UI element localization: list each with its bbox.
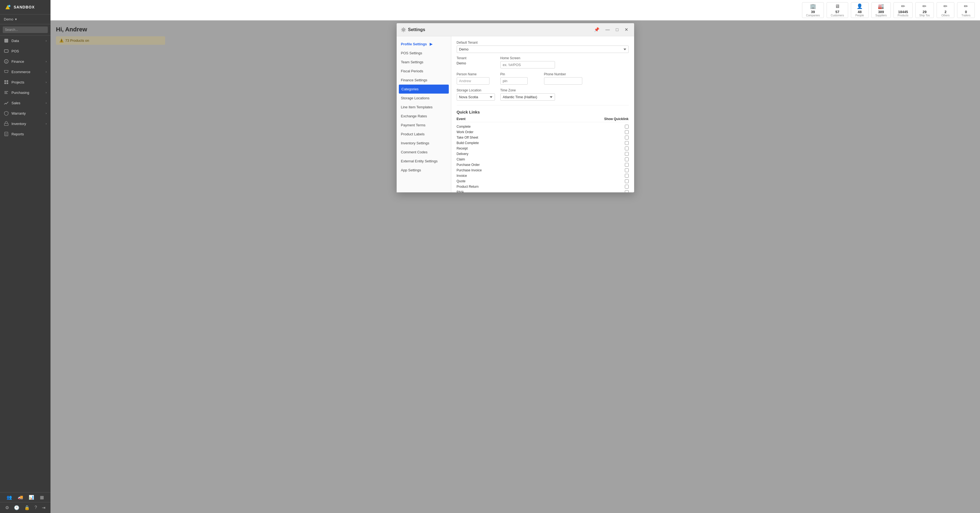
topbar-trailers[interactable]: ✏ 0 Trailers: [957, 2, 975, 18]
quick-link-event: Purchase Invoice: [457, 168, 482, 172]
quick-link-checkbox[interactable]: [625, 125, 629, 129]
others-label: Others: [941, 14, 950, 17]
sidebar-user[interactable]: Demo ▾: [0, 14, 51, 24]
chart-icon[interactable]: 📊: [29, 495, 34, 500]
topbar-customers[interactable]: 🖥 57 Customers: [827, 2, 848, 18]
quick-link-checkbox[interactable]: [625, 190, 629, 192]
settings-nav-line-item[interactable]: Line Item Templates: [397, 103, 451, 111]
storage-location-select[interactable]: Nova Scotia: [457, 93, 495, 101]
settings-nav-external-entity[interactable]: External Entity Settings: [397, 157, 451, 166]
quick-link-checkbox[interactable]: [625, 185, 629, 189]
quick-link-checkbox[interactable]: [625, 152, 629, 156]
quick-link-row: Quote: [457, 178, 629, 184]
settings-nav-product-labels[interactable]: Product Labels: [397, 130, 451, 139]
quick-links-header: Event Show Quicklink: [457, 117, 629, 122]
modal-body: Profile Settings ▶ POS Settings Team Set…: [397, 36, 634, 192]
grid-icon[interactable]: ▦: [40, 495, 44, 500]
settings-nav-fiscal[interactable]: Fiscal Periods: [397, 67, 451, 76]
settings-nav-exchange[interactable]: Exchange Rates: [397, 111, 451, 121]
topbar-companies[interactable]: 🏢 39 Companies: [802, 2, 824, 18]
user-dropdown-icon[interactable]: ▾: [15, 17, 17, 21]
settings-nav-comment-codes[interactable]: Comment Codes: [397, 148, 451, 157]
lock-icon[interactable]: 🔒: [24, 505, 30, 510]
quick-link-checkbox[interactable]: [625, 163, 629, 167]
sidebar-item-ecommerce[interactable]: Ecommerce ›: [0, 67, 51, 77]
settings-nav-team[interactable]: Team Settings: [397, 57, 451, 67]
clock-icon[interactable]: 🕐: [14, 505, 19, 510]
help-icon[interactable]: ?: [35, 505, 37, 510]
logout-icon[interactable]: ⇥: [42, 505, 45, 510]
maximize-button[interactable]: □: [614, 27, 620, 33]
settings-nav-pos[interactable]: POS Settings: [397, 49, 451, 57]
sidebar-nav: Data › POS $ Finance ›: [0, 35, 51, 492]
svg-rect-10: [6, 83, 8, 84]
sidebar-item-data[interactable]: Data ›: [0, 35, 51, 46]
quick-link-checkbox[interactable]: [625, 168, 629, 172]
quick-link-row: Receipt: [457, 146, 629, 151]
topbar-suppliers[interactable]: 🏭 389 Suppliers: [871, 2, 891, 18]
people-count: 48: [858, 10, 862, 14]
svg-text:$: $: [5, 60, 7, 63]
team-icon[interactable]: 👥: [6, 495, 12, 500]
topbar-shiptos[interactable]: ✏ 29 Ship Tos: [915, 2, 934, 18]
others-count: 2: [945, 10, 947, 14]
truck-icon[interactable]: 🚚: [18, 495, 23, 500]
sidebar-item-reports[interactable]: Reports: [0, 129, 51, 139]
sidebar-item-projects[interactable]: Projects ›: [0, 77, 51, 87]
minimize-button[interactable]: —: [604, 27, 611, 33]
storage-location-label: Storage Location: [457, 88, 495, 92]
quick-link-checkbox[interactable]: [625, 130, 629, 134]
quick-link-event: Build Complete: [457, 141, 479, 145]
sidebar-item-sales[interactable]: Sales ›: [0, 98, 51, 108]
quick-link-checkbox[interactable]: [625, 136, 629, 140]
modal-title: Settings: [408, 27, 425, 32]
sidebar-item-finance[interactable]: $ Finance ›: [0, 56, 51, 67]
storage-timezone-row: Storage Location Nova Scotia Time Zone A…: [457, 88, 629, 101]
sidebar-item-inventory[interactable]: Inventory ›: [0, 118, 51, 129]
phone-label: Phone Number: [544, 72, 582, 76]
quick-link-checkbox[interactable]: [625, 174, 629, 178]
quick-link-checkbox[interactable]: [625, 146, 629, 150]
close-button[interactable]: ✕: [623, 27, 630, 33]
show-quicklink-col-header: Show Quicklink: [604, 117, 628, 121]
home-screen-input[interactable]: [500, 61, 555, 68]
settings-nav-profile[interactable]: Profile Settings ▶: [397, 40, 451, 49]
pin-button[interactable]: 📌: [592, 27, 601, 33]
settings-nav-payment[interactable]: Payment Terms: [397, 121, 451, 130]
svg-rect-3: [4, 39, 8, 43]
person-name-label: Person Name: [457, 72, 495, 76]
quick-link-checkbox[interactable]: [625, 157, 629, 161]
topbar-products[interactable]: ✏ 18445 Products: [894, 2, 912, 18]
tenant-homescreen-row: Tenant Demo Home Screen: [457, 56, 629, 68]
settings-nav-finance[interactable]: Finance Settings: [397, 76, 451, 84]
person-name-input[interactable]: [457, 77, 490, 84]
phone-input[interactable]: [544, 77, 582, 84]
sidebar-item-purchasing[interactable]: Purchasing ›: [0, 87, 51, 98]
quick-link-checkbox[interactable]: [625, 179, 629, 183]
person-pin-phone-row: Person Name Pin Phone Number: [457, 72, 629, 84]
tenant-label: Tenant: [457, 56, 495, 60]
settings-nav-categories[interactable]: Categories: [399, 84, 449, 94]
sidebar-item-warranty[interactable]: Warranty ›: [0, 108, 51, 118]
chevron-right-icon: ›: [46, 70, 47, 73]
trailers-icon: ✏: [964, 3, 968, 9]
shiptos-icon: ✏: [923, 3, 926, 9]
pin-input[interactable]: [500, 77, 528, 84]
default-tenant-select[interactable]: Demo: [457, 46, 629, 53]
timezone-select[interactable]: Atlantic Time (Halifax): [500, 93, 555, 101]
topbar: 🏢 39 Companies 🖥 57 Customers 👤 48 Peopl…: [51, 0, 980, 21]
settings-nav-app-settings[interactable]: App Settings: [397, 166, 451, 175]
customers-icon: 🖥: [835, 3, 840, 9]
search-input[interactable]: [3, 27, 48, 33]
purchasing-icon: [4, 90, 9, 95]
settings-nav-storage-loc[interactable]: Storage Locations: [397, 94, 451, 103]
quick-link-event: Delivery: [457, 152, 468, 156]
topbar-people[interactable]: 👤 48 People: [851, 2, 869, 18]
customers-label: Customers: [831, 14, 844, 17]
sidebar-item-pos[interactable]: POS: [0, 46, 51, 56]
settings-nav-inventory-settings[interactable]: Inventory Settings: [397, 139, 451, 148]
settings-icon[interactable]: ⚙: [5, 505, 9, 510]
home-screen-group: Home Screen: [500, 56, 555, 68]
topbar-others[interactable]: ✏ 2 Others: [937, 2, 955, 18]
quick-link-checkbox[interactable]: [625, 141, 629, 145]
